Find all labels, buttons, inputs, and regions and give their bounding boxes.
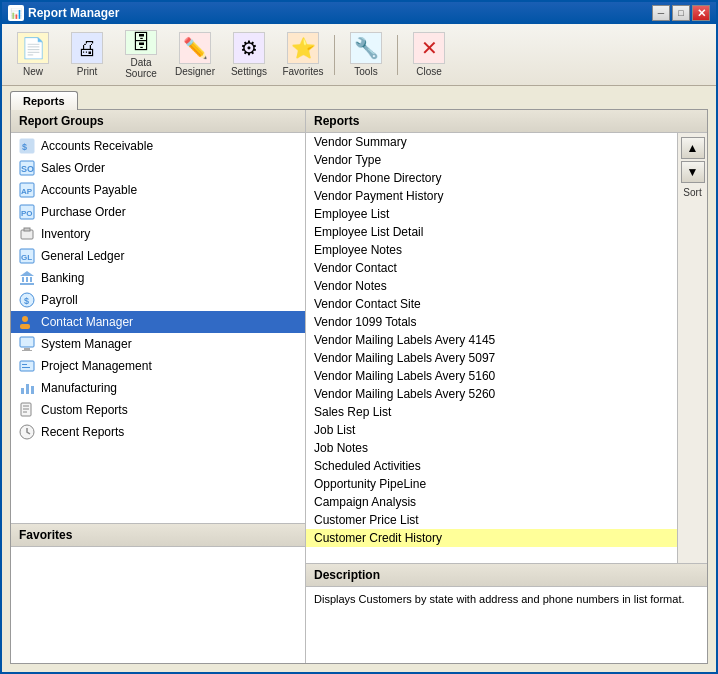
tabs-bar: Reports bbox=[2, 86, 716, 109]
window-title: Report Manager bbox=[28, 6, 652, 20]
toolbar-designer-button[interactable]: ✏️ Designer bbox=[170, 28, 220, 82]
sidebar-item-purchase-order[interactable]: PO Purchase Order bbox=[11, 201, 305, 223]
report-item-vendor-phone[interactable]: Vendor Phone Directory bbox=[306, 169, 677, 187]
report-item-customer-credit-history[interactable]: Customer Credit History bbox=[306, 529, 677, 547]
tab-reports[interactable]: Reports bbox=[10, 91, 78, 110]
svg-rect-24 bbox=[20, 361, 34, 371]
toolbar-settings-button[interactable]: ⚙ Settings bbox=[224, 28, 274, 82]
report-item-vendor-avery-5097[interactable]: Vendor Mailing Labels Avery 5097 bbox=[306, 349, 677, 367]
manufacturing-icon bbox=[19, 380, 35, 396]
sidebar-item-general-ledger[interactable]: GL General Ledger bbox=[11, 245, 305, 267]
svg-rect-21 bbox=[20, 337, 34, 347]
sort-up-button[interactable]: ▲ bbox=[681, 137, 705, 159]
sidebar-item-project-management[interactable]: Project Management bbox=[11, 355, 305, 377]
toolbar-close-button[interactable]: ✕ Close bbox=[404, 28, 454, 82]
report-item-campaign-analysis[interactable]: Campaign Analysis bbox=[306, 493, 677, 511]
sidebar-item-banking[interactable]: Banking bbox=[11, 267, 305, 289]
toolbar-datasource-button[interactable]: 🗄 Data Source bbox=[116, 28, 166, 82]
print-icon: 🖨 bbox=[71, 32, 103, 64]
report-item-vendor-notes[interactable]: Vendor Notes bbox=[306, 277, 677, 295]
designer-icon: ✏️ bbox=[179, 32, 211, 64]
svg-rect-16 bbox=[20, 283, 34, 285]
print-label: Print bbox=[77, 66, 98, 77]
custom-reports-icon bbox=[19, 402, 35, 418]
svg-rect-13 bbox=[22, 277, 24, 282]
main-window: 📊 Report Manager ─ □ ✕ 📄 New 🖨 Print 🗄 D… bbox=[0, 0, 718, 674]
sidebar-item-payroll[interactable]: $ Payroll bbox=[11, 289, 305, 311]
right-panel: Reports Vendor Summary Vendor Type Vendo… bbox=[306, 110, 707, 663]
close-tb-icon: ✕ bbox=[413, 32, 445, 64]
report-item-vendor-avery-5160[interactable]: Vendor Mailing Labels Avery 5160 bbox=[306, 367, 677, 385]
datasource-icon: 🗄 bbox=[125, 30, 157, 55]
report-item-vendor-avery-5260[interactable]: Vendor Mailing Labels Avery 5260 bbox=[306, 385, 677, 403]
toolbar-favorites-button[interactable]: ⭐ Favorites bbox=[278, 28, 328, 82]
svg-rect-23 bbox=[22, 350, 32, 351]
main-content: Report Groups $ Accounts Receivable SO S… bbox=[10, 109, 708, 664]
toolbar-tools-button[interactable]: 🔧 Tools bbox=[341, 28, 391, 82]
tools-icon: 🔧 bbox=[350, 32, 382, 64]
svg-rect-20 bbox=[20, 324, 30, 329]
svg-rect-25 bbox=[22, 364, 27, 365]
report-item-vendor-type[interactable]: Vendor Type bbox=[306, 151, 677, 169]
reports-list[interactable]: Vendor Summary Vendor Type Vendor Phone … bbox=[306, 133, 677, 563]
sidebar-label: Inventory bbox=[41, 227, 90, 241]
svg-rect-26 bbox=[22, 367, 30, 368]
sidebar-label: Accounts Payable bbox=[41, 183, 137, 197]
sidebar-item-sales-order[interactable]: SO Sales Order bbox=[11, 157, 305, 179]
datasource-label: Data Source bbox=[119, 57, 163, 79]
payroll-icon: $ bbox=[19, 292, 35, 308]
toolbar-print-button[interactable]: 🖨 Print bbox=[62, 28, 112, 82]
toolbar-new-button[interactable]: 📄 New bbox=[8, 28, 58, 82]
tools-label: Tools bbox=[354, 66, 377, 77]
report-item-vendor-avery-4145[interactable]: Vendor Mailing Labels Avery 4145 bbox=[306, 331, 677, 349]
favorites-label: Favorites bbox=[282, 66, 323, 77]
svg-rect-14 bbox=[26, 277, 28, 282]
title-bar: 📊 Report Manager ─ □ ✕ bbox=[2, 2, 716, 24]
svg-rect-29 bbox=[31, 386, 34, 394]
svg-rect-9 bbox=[24, 228, 30, 231]
close-button[interactable]: ✕ bbox=[692, 5, 710, 21]
report-item-vendor-contact-site[interactable]: Vendor Contact Site bbox=[306, 295, 677, 313]
report-item-vendor-payment-history[interactable]: Vendor Payment History bbox=[306, 187, 677, 205]
contact-manager-icon bbox=[19, 314, 35, 330]
sidebar-item-accounts-receivable[interactable]: $ Accounts Receivable bbox=[11, 135, 305, 157]
sidebar-item-custom-reports[interactable]: Custom Reports bbox=[11, 399, 305, 421]
sidebar-item-manufacturing[interactable]: Manufacturing bbox=[11, 377, 305, 399]
svg-rect-27 bbox=[21, 388, 24, 394]
sidebar-label: Recent Reports bbox=[41, 425, 124, 439]
report-item-vendor-contact[interactable]: Vendor Contact bbox=[306, 259, 677, 277]
sidebar-label: Custom Reports bbox=[41, 403, 128, 417]
sort-label: Sort bbox=[683, 187, 701, 198]
close-tb-label: Close bbox=[416, 66, 442, 77]
sidebar-label: Accounts Receivable bbox=[41, 139, 153, 153]
sidebar-item-accounts-payable[interactable]: AP Accounts Payable bbox=[11, 179, 305, 201]
minimize-button[interactable]: ─ bbox=[652, 5, 670, 21]
settings-icon: ⚙ bbox=[233, 32, 265, 64]
svg-text:PO: PO bbox=[21, 209, 33, 218]
report-item-employee-list-detail[interactable]: Employee List Detail bbox=[306, 223, 677, 241]
report-item-job-list[interactable]: Job List bbox=[306, 421, 677, 439]
report-item-vendor-summary[interactable]: Vendor Summary bbox=[306, 133, 677, 151]
sidebar-item-inventory[interactable]: Inventory bbox=[11, 223, 305, 245]
sort-down-button[interactable]: ▼ bbox=[681, 161, 705, 183]
favorites-panel: Favorites bbox=[11, 523, 305, 663]
banking-icon bbox=[19, 270, 35, 286]
maximize-button[interactable]: □ bbox=[672, 5, 690, 21]
svg-text:$: $ bbox=[22, 142, 27, 152]
report-item-customer-price-list[interactable]: Customer Price List bbox=[306, 511, 677, 529]
toolbar-separator bbox=[334, 35, 335, 75]
sidebar-item-system-manager[interactable]: System Manager bbox=[11, 333, 305, 355]
report-item-vendor-1099[interactable]: Vendor 1099 Totals bbox=[306, 313, 677, 331]
inventory-icon bbox=[19, 226, 35, 242]
sidebar-item-contact-manager[interactable]: Contact Manager bbox=[11, 311, 305, 333]
report-item-job-notes[interactable]: Job Notes bbox=[306, 439, 677, 457]
description-header: Description bbox=[306, 564, 707, 587]
report-groups-list[interactable]: $ Accounts Receivable SO Sales Order AP bbox=[11, 133, 305, 523]
sidebar-item-recent-reports[interactable]: Recent Reports bbox=[11, 421, 305, 443]
report-item-sales-rep-list[interactable]: Sales Rep List bbox=[306, 403, 677, 421]
report-item-opportunity-pipeline[interactable]: Opportunity PipeLine bbox=[306, 475, 677, 493]
report-item-employee-notes[interactable]: Employee Notes bbox=[306, 241, 677, 259]
sidebar-label: General Ledger bbox=[41, 249, 124, 263]
report-item-scheduled-activities[interactable]: Scheduled Activities bbox=[306, 457, 677, 475]
report-item-employee-list[interactable]: Employee List bbox=[306, 205, 677, 223]
